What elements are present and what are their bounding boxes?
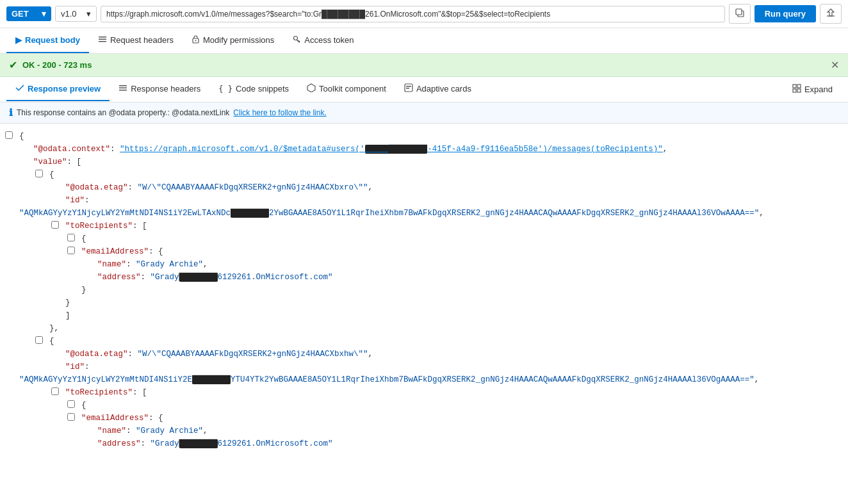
json-checkbox[interactable] bbox=[67, 247, 75, 254]
json-line: } bbox=[0, 284, 848, 297]
svg-rect-16 bbox=[797, 85, 801, 88]
json-line: { bbox=[0, 130, 848, 143]
json-line: "name": "Grady Archie", bbox=[0, 258, 848, 271]
json-line: }, bbox=[0, 322, 848, 335]
json-line: "emailAddress": { bbox=[0, 245, 848, 258]
svg-rect-4 bbox=[99, 41, 106, 42]
response-headers-icon bbox=[118, 84, 127, 93]
status-ok-icon: ✔ bbox=[9, 59, 17, 71]
modify-permissions-icon bbox=[192, 35, 200, 45]
toolkit-component-icon bbox=[307, 83, 316, 94]
json-line: "id": bbox=[0, 194, 848, 207]
method-select[interactable]: GET ▾ bbox=[6, 6, 51, 21]
version-label: v1.0 bbox=[61, 9, 77, 19]
json-line: "@odata.context": "https://graph.microso… bbox=[0, 143, 848, 156]
json-checkbox[interactable] bbox=[67, 413, 75, 421]
json-checkbox[interactable] bbox=[67, 400, 75, 408]
json-line: { bbox=[0, 399, 848, 412]
tab-adaptive-cards[interactable]: Adaptive cards bbox=[395, 77, 480, 102]
info-link[interactable]: Click here to follow the link. bbox=[233, 108, 326, 117]
json-checkbox[interactable] bbox=[5, 131, 13, 139]
json-line: "toRecipients": [ bbox=[0, 386, 848, 399]
url-input[interactable]: https://graph.microsoft.com/v1.0/me/mess… bbox=[101, 6, 725, 22]
info-bar: ℹ This response contains an @odata prope… bbox=[0, 102, 848, 124]
info-icon: ℹ bbox=[9, 107, 13, 118]
svg-rect-13 bbox=[406, 86, 411, 87]
request-headers-label: Request headers bbox=[110, 35, 174, 45]
response-headers-label: Response headers bbox=[131, 84, 200, 93]
request-body-label: Request body bbox=[25, 35, 80, 45]
share-button[interactable] bbox=[820, 4, 842, 24]
json-line: "name": "Grady Archie", bbox=[0, 425, 848, 437]
svg-rect-8 bbox=[119, 85, 127, 86]
json-line: "address": "Grady████████6129261.OnMicro… bbox=[0, 271, 848, 284]
version-select[interactable]: v1.0 ▾ bbox=[55, 6, 97, 22]
top-bar: GET ▾ v1.0 ▾ https://graph.microsoft.com… bbox=[0, 0, 848, 28]
json-checkbox[interactable] bbox=[67, 234, 75, 241]
code-snippets-icon: { } bbox=[218, 85, 232, 93]
json-checkbox[interactable] bbox=[51, 387, 59, 395]
svg-rect-15 bbox=[793, 85, 796, 88]
request-body-icon: ▶ bbox=[15, 35, 22, 45]
svg-rect-3 bbox=[99, 39, 106, 40]
json-line: ] bbox=[0, 309, 848, 322]
svg-rect-14 bbox=[406, 88, 409, 89]
tab-request-body[interactable]: ▶ Request body bbox=[6, 28, 89, 53]
response-preview-icon bbox=[15, 84, 24, 93]
json-line: "emailAddress": { bbox=[0, 412, 848, 425]
modify-permissions-label: Modify permissions bbox=[203, 35, 274, 45]
copy-url-button[interactable] bbox=[729, 4, 751, 24]
json-line: "id": bbox=[0, 361, 848, 373]
method-label: GET bbox=[12, 9, 29, 19]
expand-icon bbox=[792, 84, 801, 95]
status-text: OK - 200 - 723 ms bbox=[22, 60, 92, 70]
svg-point-7 bbox=[294, 37, 298, 40]
json-line: "AQMkAGYyYzY1NjcyLWY2YmMtNDI4NS1iY2E████… bbox=[0, 373, 848, 386]
json-line: { bbox=[0, 232, 848, 245]
method-dropdown-icon: ▾ bbox=[42, 9, 46, 19]
svg-rect-1 bbox=[736, 9, 742, 15]
status-bar: ✔ OK - 200 - 723 ms ✕ bbox=[0, 54, 848, 77]
run-query-button[interactable]: Run query bbox=[754, 5, 816, 22]
tab-access-token[interactable]: Access token bbox=[283, 28, 363, 53]
json-checkbox[interactable] bbox=[35, 336, 43, 344]
json-line: { bbox=[0, 168, 848, 181]
tab-code-snippets[interactable]: { } Code snippets bbox=[209, 77, 298, 101]
json-viewer: { "@odata.context": "https://graph.micro… bbox=[0, 124, 848, 448]
svg-rect-10 bbox=[119, 90, 127, 91]
json-line: "value": [ bbox=[0, 156, 848, 168]
adaptive-cards-icon bbox=[404, 83, 413, 94]
toolkit-component-label: Toolkit component bbox=[319, 84, 386, 93]
expand-button[interactable]: Expand bbox=[783, 77, 842, 101]
svg-point-6 bbox=[195, 40, 196, 42]
tab-toolkit-component[interactable]: Toolkit component bbox=[298, 77, 395, 102]
version-dropdown-icon: ▾ bbox=[86, 9, 91, 19]
request-headers-icon bbox=[98, 35, 107, 45]
json-checkbox[interactable] bbox=[51, 221, 59, 229]
json-line: "address": "Grady████████6129261.OnMicro… bbox=[0, 437, 848, 448]
json-line: } bbox=[0, 297, 848, 309]
tab-response-headers[interactable]: Response headers bbox=[110, 77, 209, 101]
adaptive-cards-label: Adaptive cards bbox=[416, 84, 471, 93]
tab-response-preview[interactable]: Response preview bbox=[6, 77, 110, 101]
json-line: { bbox=[0, 335, 848, 348]
svg-rect-9 bbox=[119, 88, 127, 89]
info-text: This response contains an @odata propert… bbox=[17, 108, 229, 117]
access-token-label: Access token bbox=[304, 35, 354, 45]
json-checkbox[interactable] bbox=[35, 170, 43, 177]
svg-rect-18 bbox=[797, 89, 801, 92]
svg-rect-2 bbox=[99, 37, 106, 38]
status-close-button[interactable]: ✕ bbox=[831, 59, 839, 71]
response-preview-label: Response preview bbox=[28, 84, 101, 93]
response-tabs: Response preview Response headers { } Co… bbox=[0, 77, 848, 102]
svg-rect-17 bbox=[793, 89, 796, 92]
json-line: "@odata.etag": "W/\"CQAAABYAAAAFkDgqXRSE… bbox=[0, 348, 848, 361]
expand-label: Expand bbox=[804, 85, 833, 94]
tab-request-headers[interactable]: Request headers bbox=[89, 28, 183, 53]
tab-modify-permissions[interactable]: Modify permissions bbox=[183, 28, 283, 53]
request-tabs: ▶ Request body Request headers Modify pe… bbox=[0, 28, 848, 54]
code-snippets-label: Code snippets bbox=[236, 84, 289, 93]
json-line: "toRecipients": [ bbox=[0, 220, 848, 232]
json-line: "AQMkAGYyYzY1NjcyLWY2YmMtNDI4NS1iY2EwLTA… bbox=[0, 207, 848, 220]
odata-context-link[interactable]: "https://graph.microsoft.com/v1.0/$metad… bbox=[120, 145, 663, 154]
